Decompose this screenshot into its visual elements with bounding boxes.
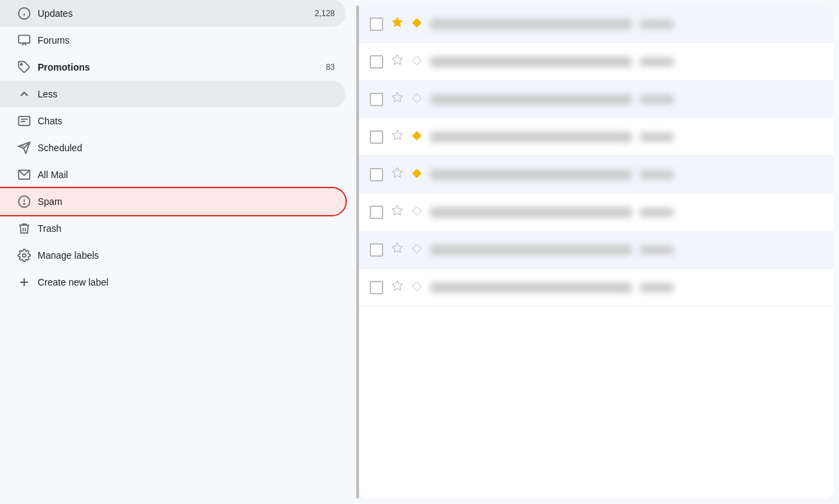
sidebar-item-trash[interactable]: Trash bbox=[0, 215, 346, 242]
sidebar-item-label-chats: Chats bbox=[38, 116, 335, 126]
sidebar-item-less[interactable]: Less bbox=[0, 81, 346, 108]
email-row[interactable] bbox=[359, 5, 834, 43]
email-date bbox=[640, 245, 674, 255]
email-important-icon[interactable] bbox=[411, 55, 422, 69]
sidebar-item-label-spam: Spam bbox=[38, 196, 335, 207]
email-important-icon[interactable] bbox=[411, 281, 422, 294]
chats-icon bbox=[11, 114, 38, 128]
sidebar-item-updates[interactable]: Updates2,128 bbox=[0, 0, 346, 27]
svg-marker-17 bbox=[412, 18, 421, 27]
sidebar-item-label-createlabel: Create new label bbox=[38, 277, 335, 288]
email-list bbox=[359, 5, 834, 306]
email-row[interactable] bbox=[359, 269, 834, 306]
email-important-icon[interactable] bbox=[411, 206, 422, 219]
email-checkbox[interactable] bbox=[370, 93, 383, 106]
sidebar-item-label-updates: Updates bbox=[38, 8, 315, 19]
sidebar-item-label-promotions: Promotions bbox=[38, 62, 326, 73]
sidebar-item-spam[interactable]: Spam bbox=[0, 188, 346, 215]
email-star-icon[interactable] bbox=[391, 16, 403, 32]
svg-rect-3 bbox=[19, 36, 30, 44]
forums-icon bbox=[11, 34, 38, 47]
email-star-icon[interactable] bbox=[391, 204, 403, 220]
trash-icon bbox=[11, 222, 38, 235]
allmail-icon bbox=[11, 168, 38, 181]
svg-marker-21 bbox=[412, 93, 421, 102]
svg-marker-18 bbox=[393, 55, 403, 65]
email-row[interactable] bbox=[359, 118, 834, 156]
email-date bbox=[640, 170, 674, 179]
email-important-icon[interactable] bbox=[411, 243, 422, 257]
email-date bbox=[640, 57, 674, 67]
sidebar-item-label-manage: Manage labels bbox=[38, 250, 335, 261]
updates-icon bbox=[11, 7, 38, 20]
sidebar-item-label-allmail: All Mail bbox=[38, 169, 335, 180]
createlabel-icon bbox=[11, 276, 38, 289]
sidebar: Updates2,128ForumsPromotions83LessChatsS… bbox=[0, 0, 356, 504]
email-checkbox[interactable] bbox=[370, 55, 383, 69]
svg-point-4 bbox=[21, 64, 22, 66]
email-row[interactable] bbox=[359, 231, 834, 269]
email-row[interactable] bbox=[359, 156, 834, 194]
svg-marker-27 bbox=[412, 206, 421, 215]
email-date bbox=[640, 132, 674, 142]
email-date bbox=[640, 283, 674, 292]
sidebar-item-label-trash: Trash bbox=[38, 223, 335, 234]
svg-point-8 bbox=[22, 145, 24, 147]
sidebar-item-count-promotions: 83 bbox=[326, 62, 335, 72]
email-date bbox=[640, 19, 674, 29]
promotions-icon bbox=[11, 60, 38, 74]
svg-marker-25 bbox=[412, 169, 421, 177]
email-date bbox=[640, 208, 674, 217]
svg-marker-16 bbox=[393, 17, 403, 27]
email-star-icon[interactable] bbox=[391, 167, 403, 182]
svg-marker-24 bbox=[393, 168, 403, 177]
email-row[interactable] bbox=[359, 43, 834, 81]
email-important-icon[interactable] bbox=[411, 93, 422, 106]
email-sender bbox=[430, 169, 632, 180]
email-row[interactable] bbox=[359, 194, 834, 231]
email-sender bbox=[430, 19, 632, 30]
sidebar-item-createlabel[interactable]: Create new label bbox=[0, 269, 346, 296]
email-checkbox[interactable] bbox=[370, 243, 383, 257]
svg-marker-31 bbox=[412, 282, 421, 290]
email-sender bbox=[430, 245, 632, 255]
sidebar-item-chats[interactable]: Chats bbox=[0, 108, 346, 134]
email-row[interactable] bbox=[359, 81, 834, 118]
email-star-icon[interactable] bbox=[391, 129, 403, 144]
email-star-icon[interactable] bbox=[391, 242, 403, 257]
sidebar-item-scheduled[interactable]: Scheduled bbox=[0, 134, 346, 161]
svg-marker-28 bbox=[393, 243, 403, 253]
email-checkbox[interactable] bbox=[370, 206, 383, 219]
email-sender bbox=[430, 56, 632, 67]
email-important-icon[interactable] bbox=[411, 168, 422, 181]
scheduled-icon bbox=[11, 141, 38, 155]
svg-marker-22 bbox=[393, 130, 403, 140]
manage-icon bbox=[11, 249, 38, 262]
spam-icon bbox=[11, 195, 38, 208]
email-star-icon[interactable] bbox=[391, 54, 403, 69]
email-star-icon[interactable] bbox=[391, 280, 403, 295]
email-checkbox[interactable] bbox=[370, 17, 383, 31]
email-important-icon[interactable] bbox=[411, 17, 422, 31]
email-checkbox[interactable] bbox=[370, 168, 383, 181]
email-list-panel bbox=[359, 5, 834, 499]
sidebar-item-promotions[interactable]: Promotions83 bbox=[0, 54, 346, 81]
svg-marker-26 bbox=[393, 206, 403, 215]
svg-point-13 bbox=[23, 254, 26, 257]
email-sender bbox=[430, 282, 632, 293]
svg-marker-20 bbox=[393, 93, 403, 102]
email-important-icon[interactable] bbox=[411, 130, 422, 144]
email-star-icon[interactable] bbox=[391, 91, 403, 107]
email-checkbox[interactable] bbox=[370, 281, 383, 294]
email-checkbox[interactable] bbox=[370, 130, 383, 144]
svg-point-12 bbox=[24, 204, 25, 205]
svg-marker-29 bbox=[412, 244, 421, 253]
sidebar-item-label-forums: Forums bbox=[38, 35, 335, 46]
sidebar-item-manage[interactable]: Manage labels bbox=[0, 242, 346, 269]
email-sender bbox=[430, 207, 632, 218]
sidebar-item-label-scheduled: Scheduled bbox=[38, 142, 335, 153]
sidebar-item-allmail[interactable]: All Mail bbox=[0, 161, 346, 188]
sidebar-item-forums[interactable]: Forums bbox=[0, 27, 346, 54]
email-sender bbox=[430, 94, 632, 105]
svg-marker-19 bbox=[412, 56, 421, 65]
